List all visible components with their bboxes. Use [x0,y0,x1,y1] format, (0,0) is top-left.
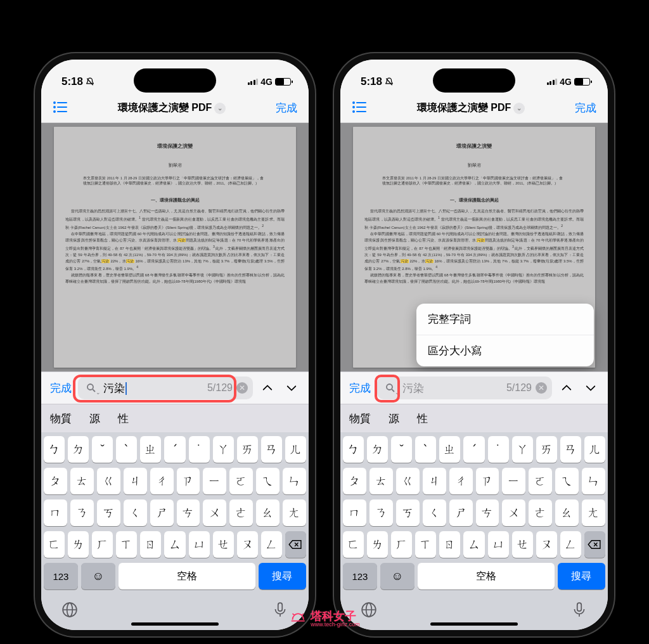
search-next-button[interactable] [581,384,600,392]
key[interactable]: ㄛ [229,468,253,494]
search-done-button[interactable]: 完成 [49,381,73,396]
key[interactable]: ˋ [116,436,137,463]
numeric-key[interactable]: 123 [343,563,377,589]
key[interactable]: ㄩ [189,531,210,558]
search-input-text[interactable]: 污染 [402,381,503,396]
key[interactable]: ㄌ [68,531,89,558]
key[interactable]: ㄡ [536,531,557,558]
outline-button[interactable] [53,101,68,116]
search-input-text[interactable]: 污染 [103,381,203,396]
key[interactable]: ㄒ [415,531,436,558]
key[interactable]: ㄣ [283,468,306,494]
key[interactable]: ㄡ [237,531,258,558]
search-done-button[interactable]: 完成 [348,381,372,396]
key[interactable]: ㄊ [369,468,393,494]
key[interactable]: ˇ [391,436,412,463]
emoji-key[interactable]: ☺ [81,563,115,589]
key[interactable]: ㄋ [70,499,94,526]
key[interactable]: ㄍ [97,468,120,494]
search-field[interactable]: ⌄ 污染 5/129 ✕ [78,377,253,399]
space-key[interactable]: 空格 [119,563,255,589]
option-case-sensitive[interactable]: 區分大小寫 [416,335,594,366]
key[interactable]: ㄅ [44,436,65,463]
key[interactable]: ㄕ [150,499,174,526]
document-title[interactable]: 環境保護之演變 PDF ⌄ [118,101,226,115]
key[interactable]: ㄎ [97,499,120,526]
prediction-candidate[interactable]: 性 [417,411,428,426]
key[interactable]: ㄖ [140,531,161,558]
dictation-icon[interactable] [272,602,288,621]
key[interactable]: ˙ [189,436,210,463]
key[interactable]: ㄏ [391,531,412,558]
key[interactable]: ㄈ [44,531,65,558]
clear-icon[interactable]: ✕ [536,382,547,394]
home-indicator[interactable] [131,622,219,626]
prediction-candidate[interactable]: 物質 [50,411,72,426]
search-prev-button[interactable] [258,384,277,392]
key[interactable]: ㄢ [261,436,282,463]
key[interactable]: ㄇ [44,499,67,526]
key[interactable]: ㄔ [449,468,473,494]
key[interactable]: ㄓ [140,436,161,463]
key[interactable]: ㄋ [369,499,393,526]
key[interactable]: ㄝ [512,531,533,558]
key[interactable]: ˋ [415,436,436,463]
key[interactable]: ㄨ [502,499,525,526]
key[interactable]: ㄤ [582,499,605,526]
prediction-candidate[interactable]: 源 [89,411,100,426]
key[interactable]: ㄑ [124,499,147,526]
key[interactable]: ㄚ [512,436,533,463]
key[interactable]: ㄨ [203,499,226,526]
prediction-candidate[interactable]: 性 [118,411,129,426]
key[interactable]: ㄊ [70,468,94,494]
globe-icon[interactable] [61,602,78,621]
key[interactable]: ㄘ [476,499,499,526]
key[interactable]: ㄅ [343,436,364,463]
key[interactable]: ㄆ [343,468,366,494]
key[interactable]: ㄢ [560,436,581,463]
key[interactable]: ㄔ [150,468,174,494]
key[interactable]: ㄐ [423,468,446,494]
document-viewport[interactable]: 環境保護之演變 劉翠溶 本文原發表於 2011 年 1 月 28-29 日於國立… [41,123,309,371]
space-key[interactable]: 空格 [418,563,555,589]
key[interactable]: ㄣ [582,468,605,494]
search-options-icon[interactable]: ⌄ [83,380,100,396]
key[interactable]: ㄙ [164,531,185,558]
key[interactable]: ˇ [92,436,113,463]
search-options-icon[interactable]: ⌄ [382,380,399,396]
key[interactable]: ㄍ [396,468,420,494]
key[interactable]: ㄗ [476,468,499,494]
key[interactable]: ㄎ [396,499,420,526]
key[interactable]: ㄧ [203,468,226,494]
search-key[interactable]: 搜尋 [558,563,605,589]
key[interactable]: ˊ [463,436,484,463]
prediction-candidate[interactable]: 源 [389,411,399,426]
search-next-button[interactable] [282,384,301,392]
key[interactable]: ˊ [164,436,185,463]
key[interactable]: ㄕ [449,499,473,526]
key[interactable]: ㄈ [343,531,364,558]
key[interactable]: ㄜ [529,499,552,526]
key[interactable]: ㄉ [68,436,89,463]
done-button[interactable]: 完成 [276,101,297,115]
search-key[interactable]: 搜尋 [259,563,306,589]
key[interactable]: ㄙ [463,531,484,558]
key[interactable]: ㄩ [488,531,509,558]
outline-button[interactable] [352,101,367,116]
key[interactable]: ㄑ [423,499,446,526]
key[interactable]: ㄤ [283,499,306,526]
globe-icon[interactable] [361,602,377,621]
key[interactable]: ˙ [488,436,509,463]
document-title[interactable]: 環境保護之演變 PDF ⌄ [417,101,525,115]
key[interactable]: ㄌ [367,531,388,558]
key[interactable]: ㄒ [116,531,137,558]
key[interactable]: ㄇ [343,499,366,526]
key[interactable]: ㄧ [502,468,525,494]
key[interactable]: ㄚ [213,436,234,463]
key[interactable]: ㄞ [536,436,557,463]
key[interactable]: ㄠ [256,499,280,526]
key[interactable]: ㄞ [237,436,258,463]
option-whole-word[interactable]: 完整字詞 [416,304,594,335]
key[interactable]: ㄥ [261,531,282,558]
numeric-key[interactable]: 123 [44,563,78,589]
